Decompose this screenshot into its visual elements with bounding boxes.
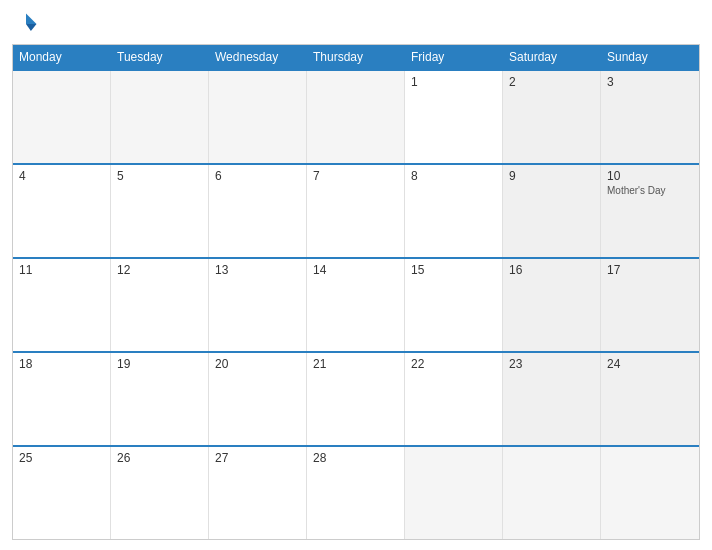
day-cell: 17 (601, 259, 699, 351)
day-header-wednesday: Wednesday (209, 45, 307, 69)
day-cell: 22 (405, 353, 503, 445)
day-cell: 9 (503, 165, 601, 257)
day-cell: 25 (13, 447, 111, 539)
day-number: 14 (313, 263, 398, 277)
day-cell: 15 (405, 259, 503, 351)
day-header-monday: Monday (13, 45, 111, 69)
day-number: 7 (313, 169, 398, 183)
day-cell: 16 (503, 259, 601, 351)
day-number: 16 (509, 263, 594, 277)
day-cell: 21 (307, 353, 405, 445)
calendar-grid: MondayTuesdayWednesdayThursdayFridaySatu… (12, 44, 700, 540)
event-label: Mother's Day (607, 185, 693, 196)
day-number: 4 (19, 169, 104, 183)
day-cell: 27 (209, 447, 307, 539)
day-number: 25 (19, 451, 104, 465)
day-cell: 26 (111, 447, 209, 539)
day-number: 6 (215, 169, 300, 183)
day-number: 26 (117, 451, 202, 465)
day-cell: 20 (209, 353, 307, 445)
day-number: 24 (607, 357, 693, 371)
day-cell (13, 71, 111, 163)
day-number: 10 (607, 169, 693, 183)
day-number: 28 (313, 451, 398, 465)
day-cell (405, 447, 503, 539)
day-number: 9 (509, 169, 594, 183)
calendar-page: MondayTuesdayWednesdayThursdayFridaySatu… (0, 0, 712, 550)
day-cell (503, 447, 601, 539)
day-cell: 11 (13, 259, 111, 351)
week-row-1: 123 (13, 69, 699, 163)
week-row-3: 11121314151617 (13, 257, 699, 351)
day-number: 23 (509, 357, 594, 371)
day-number: 5 (117, 169, 202, 183)
logo (12, 10, 43, 38)
day-cell (601, 447, 699, 539)
day-header-sunday: Sunday (601, 45, 699, 69)
day-cell: 6 (209, 165, 307, 257)
day-cell: 1 (405, 71, 503, 163)
day-cell: 3 (601, 71, 699, 163)
day-number: 21 (313, 357, 398, 371)
day-cell: 12 (111, 259, 209, 351)
day-cell: 18 (13, 353, 111, 445)
day-cell (111, 71, 209, 163)
day-header-tuesday: Tuesday (111, 45, 209, 69)
header (12, 10, 700, 38)
logo-icon (12, 10, 40, 38)
day-cell (209, 71, 307, 163)
day-cell: 19 (111, 353, 209, 445)
day-number: 22 (411, 357, 496, 371)
weeks-container: 12345678910Mother's Day11121314151617181… (13, 69, 699, 539)
day-number: 1 (411, 75, 496, 89)
day-number: 11 (19, 263, 104, 277)
week-row-4: 18192021222324 (13, 351, 699, 445)
day-number: 8 (411, 169, 496, 183)
day-cell: 10Mother's Day (601, 165, 699, 257)
day-cell (307, 71, 405, 163)
day-headers-row: MondayTuesdayWednesdayThursdayFridaySatu… (13, 45, 699, 69)
day-header-saturday: Saturday (503, 45, 601, 69)
day-number: 12 (117, 263, 202, 277)
day-cell: 8 (405, 165, 503, 257)
day-header-thursday: Thursday (307, 45, 405, 69)
day-cell: 5 (111, 165, 209, 257)
day-cell: 13 (209, 259, 307, 351)
day-number: 3 (607, 75, 693, 89)
week-row-5: 25262728 (13, 445, 699, 539)
day-header-friday: Friday (405, 45, 503, 69)
day-cell: 2 (503, 71, 601, 163)
day-number: 2 (509, 75, 594, 89)
day-number: 15 (411, 263, 496, 277)
day-number: 18 (19, 357, 104, 371)
day-number: 27 (215, 451, 300, 465)
day-number: 19 (117, 357, 202, 371)
day-cell: 7 (307, 165, 405, 257)
day-cell: 24 (601, 353, 699, 445)
day-number: 13 (215, 263, 300, 277)
day-cell: 4 (13, 165, 111, 257)
day-cell: 28 (307, 447, 405, 539)
day-cell: 14 (307, 259, 405, 351)
day-number: 20 (215, 357, 300, 371)
week-row-2: 45678910Mother's Day (13, 163, 699, 257)
day-number: 17 (607, 263, 693, 277)
day-cell: 23 (503, 353, 601, 445)
